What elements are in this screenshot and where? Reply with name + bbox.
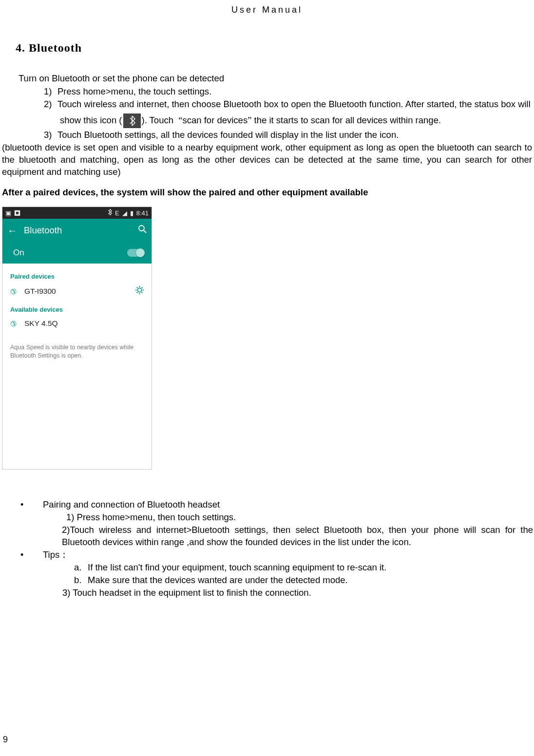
list-text: Touch Bluetooth settings, all the device… xyxy=(57,129,399,141)
picture-icon: ▣ xyxy=(5,209,11,218)
phone-icon: ✆ xyxy=(10,319,17,329)
signal-icon: ◢ xyxy=(122,209,127,218)
svg-line-9 xyxy=(137,292,138,293)
tip-text: If the list can't find your equipment, t… xyxy=(88,562,386,574)
bluetooth-settings-screenshot: ▣ 🞑 E ◢ ▮ 8:41 ← Bluetooth On xyxy=(2,207,152,470)
status-time: 8:41 xyxy=(136,209,149,218)
list-item-2: 2) Touch wireless and internet, then cho… xyxy=(44,98,533,111)
toggle-switch-icon[interactable] xyxy=(127,249,144,257)
list-number: 2) xyxy=(44,98,57,111)
back-arrow-icon[interactable]: ← xyxy=(7,224,17,237)
page-number: 9 xyxy=(3,734,8,745)
paired-devices-label: Paired devices xyxy=(2,264,152,284)
sub-step-2: 2)Touch wireless and internet>Bluetooth … xyxy=(62,524,533,548)
section-heading: 4. Bluetooth xyxy=(16,40,533,56)
svg-line-1 xyxy=(144,230,146,233)
bullet-text: Tips： xyxy=(43,549,533,561)
letter-marker: b. xyxy=(74,574,88,586)
bullet-text: Pairing and connection of Bluetooth head… xyxy=(43,499,533,511)
search-icon[interactable] xyxy=(138,225,147,236)
scan-text: scan for devices xyxy=(182,114,248,127)
available-device-row[interactable]: ✆ SKY 4.5Q xyxy=(2,317,152,333)
numbered-list-cont: 3) Touch Bluetooth settings, all the dev… xyxy=(44,129,533,141)
page-content: 4. Bluetooth Turn on Bluetooth or set th… xyxy=(0,16,534,599)
bullet-item: • Pairing and connection of Bluetooth he… xyxy=(20,499,533,511)
appbar-title: Bluetooth xyxy=(24,225,62,237)
paragraph-explanation: (bluetooth device is set open and visibl… xyxy=(2,142,532,178)
svg-line-8 xyxy=(141,292,142,293)
svg-point-0 xyxy=(139,226,144,231)
toggle-label: On xyxy=(13,247,24,259)
list-item-1: 1) Press home>menu, the touch settings. xyxy=(44,86,533,98)
available-devices-label: Available devices xyxy=(2,302,152,317)
sim-icon: 🞑 xyxy=(14,209,20,218)
sub-tip-b: b. Make sure that the devices wanted are… xyxy=(74,574,533,586)
letter-marker: a. xyxy=(74,562,88,574)
text-fragment: the it starts to scan for all devices wi… xyxy=(254,114,441,127)
text-fragment: show this icon ( xyxy=(60,114,122,127)
svg-line-10 xyxy=(141,287,142,288)
sub-step-3: 3) Touch headset in the equipment list t… xyxy=(62,587,533,599)
status-bar: ▣ 🞑 E ◢ ▮ 8:41 xyxy=(2,207,152,219)
cjk-colon: ： xyxy=(59,550,69,560)
list-text: Touch wireless and internet, then choose… xyxy=(57,98,533,111)
visibility-note: Aqua Speed is visible to nearby devices … xyxy=(2,333,152,359)
quote-open: “ xyxy=(178,114,182,127)
quote-close: ” xyxy=(248,114,251,127)
device-name: GT-I9300 xyxy=(24,286,56,297)
numbered-list: 1) Press home>menu, the touch settings. … xyxy=(44,86,533,111)
gear-icon[interactable] xyxy=(135,286,144,298)
svg-line-7 xyxy=(137,287,138,288)
paired-info-heading: After a paired devices, the system will … xyxy=(2,187,533,199)
tip-text: Make sure that the devices wanted are un… xyxy=(88,574,348,586)
text-fragment: ). Touch xyxy=(142,114,173,127)
app-bar: ← Bluetooth xyxy=(2,219,152,242)
list-item-2-continuation: show this icon ( ). Touch “ scan for dev… xyxy=(60,113,533,128)
bullet-item: • Tips： xyxy=(20,549,533,561)
svg-point-2 xyxy=(138,288,142,292)
sub-step-1: 1) Press home>menu, then touch settings. xyxy=(66,511,533,524)
sub-tip-a: a. If the list can't find your equipment… xyxy=(74,562,533,574)
tips-label: Tips xyxy=(43,549,59,560)
list-item-3: 3) Touch Bluetooth settings, all the dev… xyxy=(44,129,533,141)
bluetooth-icon xyxy=(108,209,112,218)
bullet-section: • Pairing and connection of Bluetooth he… xyxy=(20,499,533,599)
bullet-dot: • xyxy=(20,549,43,561)
bullet-dot: • xyxy=(20,499,43,510)
list-number: 3) xyxy=(44,129,57,141)
phone-icon: ✆ xyxy=(10,287,17,297)
network-type: E xyxy=(115,209,119,218)
device-name: SKY 4.5Q xyxy=(24,319,58,329)
page-header: User Manual xyxy=(0,0,534,16)
paired-device-row[interactable]: ✆ GT-I9300 xyxy=(2,284,152,302)
bluetooth-status-icon xyxy=(123,113,141,128)
battery-icon: ▮ xyxy=(130,209,134,218)
intro-line: Turn on Bluetooth or set the phone can b… xyxy=(19,73,533,85)
list-number: 1) xyxy=(44,86,57,98)
header-title: User Manual xyxy=(231,5,303,15)
bluetooth-toggle-row[interactable]: On xyxy=(2,242,152,264)
list-text: Press home>menu, the touch settings. xyxy=(57,86,211,98)
